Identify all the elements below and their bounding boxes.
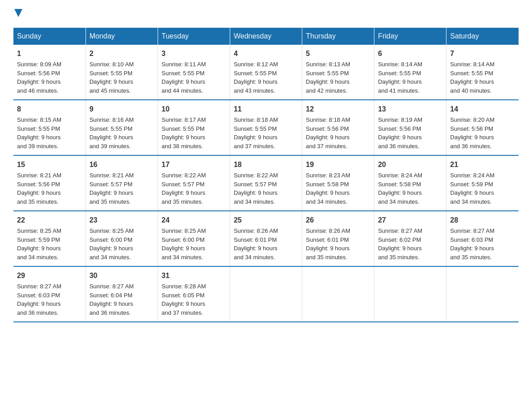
daylight-minutes-info: and 39 minutes. xyxy=(90,143,131,150)
daylight-info: Daylight: 9 hours xyxy=(306,189,350,196)
weekday-header-wednesday: Wednesday xyxy=(230,28,302,45)
daylight-minutes-info: and 41 minutes. xyxy=(378,87,420,94)
daylight-info: Daylight: 9 hours xyxy=(17,134,61,141)
day-number: 12 xyxy=(306,104,370,115)
daylight-minutes-info: and 46 minutes. xyxy=(17,87,59,94)
sunset-info: Sunset: 5:55 PM xyxy=(306,70,349,77)
sunrise-info: Sunrise: 8:11 AM xyxy=(162,61,206,68)
daylight-info: Daylight: 9 hours xyxy=(162,78,206,85)
day-number: 10 xyxy=(162,104,226,115)
sunrise-info: Sunrise: 8:24 AM xyxy=(378,172,422,179)
daylight-minutes-info: and 37 minutes. xyxy=(162,309,203,316)
calendar-cell: 7Sunrise: 8:14 AMSunset: 5:55 PMDaylight… xyxy=(446,45,519,100)
daylight-minutes-info: and 36 minutes. xyxy=(378,143,420,150)
daylight-minutes-info: and 36 minutes. xyxy=(450,143,492,150)
daylight-info: Daylight: 9 hours xyxy=(17,245,61,252)
sunset-info: Sunset: 5:56 PM xyxy=(378,125,421,132)
sunrise-info: Sunrise: 8:15 AM xyxy=(17,116,61,123)
weekday-header-sunday: Sunday xyxy=(13,28,86,45)
daylight-minutes-info: and 34 minutes. xyxy=(234,254,275,261)
svg-marker-0 xyxy=(14,9,22,17)
daylight-minutes-info: and 34 minutes. xyxy=(162,254,203,261)
logo-triangle-icon xyxy=(14,9,22,19)
calendar-cell: 18Sunrise: 8:22 AMSunset: 5:57 PMDayligh… xyxy=(230,155,302,211)
calendar-cell: 31Sunrise: 8:28 AMSunset: 6:05 PMDayligh… xyxy=(158,266,230,322)
daylight-minutes-info: and 34 minutes. xyxy=(17,254,59,261)
sunrise-info: Sunrise: 8:12 AM xyxy=(234,61,278,68)
sunset-info: Sunset: 5:57 PM xyxy=(162,181,205,188)
weekday-header-saturday: Saturday xyxy=(446,28,519,45)
logo xyxy=(13,9,22,19)
daylight-minutes-info: and 34 minutes. xyxy=(306,198,348,205)
day-number: 25 xyxy=(234,215,298,226)
day-number: 7 xyxy=(450,48,515,59)
sunset-info: Sunset: 5:55 PM xyxy=(90,125,133,132)
sunrise-info: Sunrise: 8:22 AM xyxy=(234,172,278,179)
day-number: 16 xyxy=(90,159,154,170)
sunrise-info: Sunrise: 8:21 AM xyxy=(17,172,61,179)
calendar-cell: 11Sunrise: 8:18 AMSunset: 5:55 PMDayligh… xyxy=(230,100,302,155)
calendar-cell: 17Sunrise: 8:22 AMSunset: 5:57 PMDayligh… xyxy=(158,155,230,211)
daylight-info: Daylight: 9 hours xyxy=(450,134,494,141)
sunset-info: Sunset: 5:55 PM xyxy=(162,70,205,77)
page-header xyxy=(13,9,519,19)
calendar-cell: 28Sunrise: 8:27 AMSunset: 6:03 PMDayligh… xyxy=(446,211,519,266)
day-number: 17 xyxy=(162,159,226,170)
daylight-minutes-info: and 42 minutes. xyxy=(306,87,348,94)
sunset-info: Sunset: 6:05 PM xyxy=(162,292,205,299)
sunset-info: Sunset: 5:55 PM xyxy=(234,125,277,132)
weekday-header-monday: Monday xyxy=(86,28,158,45)
day-number: 5 xyxy=(306,48,370,59)
weekday-header-friday: Friday xyxy=(374,28,446,45)
daylight-minutes-info: and 35 minutes. xyxy=(17,198,59,205)
day-number: 13 xyxy=(378,104,442,115)
daylight-info: Daylight: 9 hours xyxy=(90,189,133,196)
calendar-header-row: SundayMondayTuesdayWednesdayThursdayFrid… xyxy=(13,28,519,45)
sunset-info: Sunset: 5:56 PM xyxy=(450,125,493,132)
daylight-info: Daylight: 9 hours xyxy=(450,189,494,196)
sunset-info: Sunset: 5:58 PM xyxy=(306,181,349,188)
day-number: 29 xyxy=(17,270,82,281)
daylight-info: Daylight: 9 hours xyxy=(378,78,422,85)
daylight-minutes-info: and 37 minutes. xyxy=(234,143,275,150)
daylight-info: Daylight: 9 hours xyxy=(306,78,350,85)
sunset-info: Sunset: 6:03 PM xyxy=(17,292,60,299)
daylight-minutes-info: and 39 minutes. xyxy=(17,143,59,150)
sunset-info: Sunset: 5:58 PM xyxy=(378,181,421,188)
day-number: 27 xyxy=(378,215,442,226)
calendar-cell: 10Sunrise: 8:17 AMSunset: 5:55 PMDayligh… xyxy=(158,100,230,155)
daylight-minutes-info: and 35 minutes. xyxy=(450,254,492,261)
daylight-minutes-info: and 43 minutes. xyxy=(234,87,275,94)
day-number: 1 xyxy=(17,48,82,59)
calendar-cell: 24Sunrise: 8:25 AMSunset: 6:00 PMDayligh… xyxy=(158,211,230,266)
calendar-cell: 13Sunrise: 8:19 AMSunset: 5:56 PMDayligh… xyxy=(374,100,446,155)
day-number: 2 xyxy=(90,48,154,59)
calendar-cell: 9Sunrise: 8:16 AMSunset: 5:55 PMDaylight… xyxy=(86,100,158,155)
sunrise-info: Sunrise: 8:28 AM xyxy=(162,283,206,290)
day-number: 30 xyxy=(90,270,154,281)
sunrise-info: Sunrise: 8:27 AM xyxy=(450,227,494,234)
sunrise-info: Sunrise: 8:14 AM xyxy=(450,61,494,68)
sunset-info: Sunset: 5:57 PM xyxy=(90,181,133,188)
daylight-info: Daylight: 9 hours xyxy=(234,189,278,196)
daylight-info: Daylight: 9 hours xyxy=(17,300,61,307)
daylight-minutes-info: and 40 minutes. xyxy=(450,87,492,94)
daylight-info: Daylight: 9 hours xyxy=(90,134,133,141)
day-number: 24 xyxy=(162,215,226,226)
sunrise-info: Sunrise: 8:25 AM xyxy=(90,227,134,234)
daylight-info: Daylight: 9 hours xyxy=(162,245,206,252)
daylight-minutes-info: and 35 minutes. xyxy=(306,254,348,261)
sunset-info: Sunset: 5:55 PM xyxy=(450,70,493,77)
day-number: 26 xyxy=(306,215,370,226)
calendar-cell: 27Sunrise: 8:27 AMSunset: 6:02 PMDayligh… xyxy=(374,211,446,266)
calendar-cell: 21Sunrise: 8:24 AMSunset: 5:59 PMDayligh… xyxy=(446,155,519,211)
daylight-info: Daylight: 9 hours xyxy=(306,134,350,141)
daylight-info: Daylight: 9 hours xyxy=(90,300,133,307)
day-number: 19 xyxy=(306,159,370,170)
calendar-week-row: 22Sunrise: 8:25 AMSunset: 5:59 PMDayligh… xyxy=(13,211,519,266)
daylight-info: Daylight: 9 hours xyxy=(17,189,61,196)
sunset-info: Sunset: 6:03 PM xyxy=(450,236,493,243)
sunset-info: Sunset: 6:02 PM xyxy=(378,236,421,243)
sunrise-info: Sunrise: 8:27 AM xyxy=(90,283,134,290)
day-number: 31 xyxy=(162,270,226,281)
